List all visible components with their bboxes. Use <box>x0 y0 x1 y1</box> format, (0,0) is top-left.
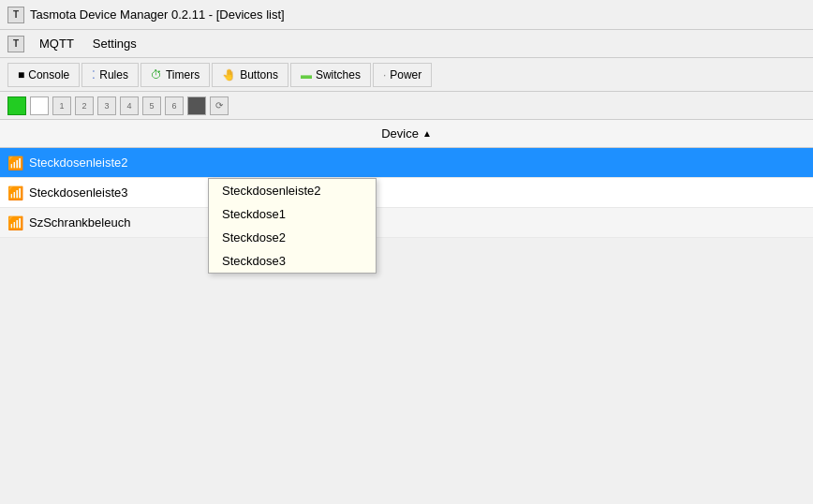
timers-icon: ⏱ <box>151 68 162 82</box>
device-name: Steckdosenleiste3 <box>29 185 806 200</box>
signal-icon: 📶 <box>7 215 23 230</box>
dropdown-item-0[interactable]: Steckdosenleiste2 <box>209 179 376 202</box>
dropdown-item-1[interactable]: Steckdose1 <box>209 202 376 226</box>
sort-arrow-icon: ▲ <box>422 128 432 139</box>
list-header: Device ▲ <box>0 120 813 148</box>
device-column-label: Device <box>381 126 419 141</box>
tab-buttons-label: Buttons <box>240 68 278 82</box>
status-btn-green[interactable] <box>7 96 26 115</box>
status-btn-1[interactable]: 1 <box>52 96 71 115</box>
tab-buttons[interactable]: 🤚 Buttons <box>212 63 288 87</box>
tab-power[interactable]: · Power <box>373 63 432 87</box>
tab-rules[interactable]: ⁚ Rules <box>81 63 139 87</box>
status-btn-dark[interactable] <box>187 96 206 115</box>
device-row[interactable]: 📶 Steckdosenleiste2 <box>0 148 813 178</box>
dropdown-popup: Steckdosenleiste2 Steckdose1 Steckdose2 … <box>208 178 377 274</box>
tab-rules-label: Rules <box>99 68 128 82</box>
status-bar: 1 2 3 4 5 6 ⟳ <box>0 92 813 120</box>
status-btn-3[interactable]: 3 <box>97 96 116 115</box>
status-btn-4[interactable]: 4 <box>120 96 139 115</box>
menu-app-icon: T <box>7 36 24 52</box>
device-name: Steckdosenleiste2 <box>29 156 806 170</box>
switches-icon: ▬ <box>301 68 312 82</box>
dropdown-item-2[interactable]: Steckdose2 <box>209 226 376 249</box>
content-area: Device ▲ 📶 Steckdosenleiste2 📶 Steckdose… <box>0 120 813 238</box>
rules-icon: ⁚ <box>92 68 96 82</box>
tab-switches[interactable]: ▬ Switches <box>290 63 371 87</box>
status-btn-5[interactable]: 5 <box>142 96 161 115</box>
title-bar: T Tasmota Device Manager 0.2.11 - [Devic… <box>0 0 813 30</box>
device-row[interactable]: 📶 Steckdosenleiste3 <box>0 178 813 208</box>
dropdown-item-3[interactable]: Steckdose3 <box>209 249 376 273</box>
menu-bar: T MQTT Settings <box>0 30 813 58</box>
status-btn-white[interactable] <box>30 96 49 115</box>
signal-icon: 📶 <box>7 185 23 200</box>
console-icon: ■ <box>18 68 24 82</box>
menu-mqtt[interactable]: MQTT <box>36 35 78 52</box>
status-btn-6[interactable]: 6 <box>165 96 184 115</box>
status-btn-refresh[interactable]: ⟳ <box>210 96 229 115</box>
power-icon: · <box>383 68 386 82</box>
tab-console-label: Console <box>28 68 69 82</box>
buttons-icon: 🤚 <box>222 68 236 82</box>
tab-timers[interactable]: ⏱ Timers <box>140 63 210 87</box>
tab-timers-label: Timers <box>166 68 200 82</box>
device-name: SzSchrankbeleuch <box>29 215 806 230</box>
toolbar: ■ Console ⁚ Rules ⏱ Timers 🤚 Buttons ▬ S… <box>0 58 813 92</box>
device-column-header: Device ▲ <box>7 126 806 141</box>
signal-icon: 📶 <box>7 156 23 170</box>
tab-switches-label: Switches <box>316 68 361 82</box>
tab-console[interactable]: ■ Console <box>7 63 80 87</box>
status-btn-2[interactable]: 2 <box>75 96 94 115</box>
tab-power-label: Power <box>390 68 421 82</box>
app-title: Tasmota Device Manager 0.2.11 - [Devices… <box>30 7 285 22</box>
app-icon: T <box>7 7 24 23</box>
menu-settings[interactable]: Settings <box>89 35 140 52</box>
device-row[interactable]: 📶 SzSchrankbeleuch <box>0 208 813 238</box>
device-list: 📶 Steckdosenleiste2 📶 Steckdosenleiste3 … <box>0 148 813 238</box>
